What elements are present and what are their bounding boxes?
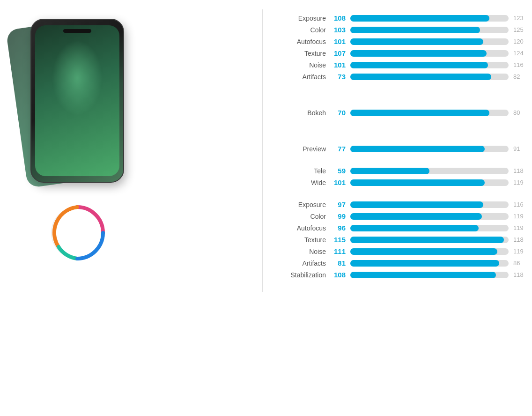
score-row: Texture 107 124 bbox=[281, 49, 527, 57]
score-label: Autofocus bbox=[281, 224, 326, 232]
device-image bbox=[14, 14, 140, 187]
page-container: Exposure 108 123 Color 103 125 Autofocus… bbox=[0, 0, 532, 301]
score-label: Exposure bbox=[281, 201, 326, 208]
bar-track bbox=[350, 260, 509, 267]
bar-track bbox=[350, 15, 509, 22]
bar-max: 119 bbox=[513, 248, 527, 255]
score-label: Stabilization bbox=[281, 271, 326, 279]
bar-fill bbox=[350, 74, 491, 80]
bar-track bbox=[350, 248, 509, 255]
bar-max: 116 bbox=[513, 61, 527, 68]
score-label: Wide bbox=[281, 179, 326, 186]
category-video bbox=[164, 201, 258, 201]
score-row: Stabilization 108 118 bbox=[281, 271, 527, 279]
bar-fill bbox=[350, 38, 483, 45]
phone-body bbox=[30, 19, 124, 183]
bar-max: 123 bbox=[513, 15, 527, 22]
bar-max: 118 bbox=[513, 167, 527, 174]
bar-max: 118 bbox=[513, 271, 527, 278]
bar-fill bbox=[350, 213, 482, 220]
bar-fill bbox=[350, 27, 480, 33]
bar-max: 116 bbox=[513, 201, 527, 208]
category-bokeh bbox=[164, 62, 258, 63]
bar-max: 86 bbox=[513, 260, 527, 267]
bar-fill bbox=[350, 146, 485, 152]
bar-max: 125 bbox=[513, 26, 527, 33]
bar-max: 118 bbox=[513, 236, 527, 243]
bar-max: 124 bbox=[513, 50, 527, 57]
score-row: Tele 59 118 bbox=[281, 167, 527, 175]
score-label: Noise bbox=[281, 61, 326, 69]
score-value: 73 bbox=[329, 73, 346, 81]
phone-screen bbox=[35, 25, 119, 176]
score-label: Texture bbox=[281, 50, 326, 57]
bar-max: 80 bbox=[513, 109, 527, 116]
bar-track bbox=[350, 272, 509, 278]
bar-track bbox=[350, 201, 509, 208]
bar-fill bbox=[350, 225, 479, 231]
score-label: Artifacts bbox=[281, 260, 326, 267]
score-value: 59 bbox=[329, 167, 346, 175]
device-panel bbox=[5, 9, 150, 292]
score-value: 99 bbox=[329, 212, 346, 220]
score-value: 81 bbox=[329, 259, 346, 267]
bar-fill bbox=[350, 50, 487, 57]
dxo-score-widget bbox=[47, 202, 108, 267]
score-row: Artifacts 73 82 bbox=[281, 73, 527, 81]
score-label: Preview bbox=[281, 145, 326, 153]
score-label: Color bbox=[281, 213, 326, 220]
zoom-sub-scores: Tele 59 118 Wide 101 119 bbox=[281, 167, 527, 186]
score-label: Texture bbox=[281, 236, 326, 244]
score-row: Noise 111 119 bbox=[281, 247, 527, 255]
category-scores bbox=[150, 9, 258, 292]
bar-max: 119 bbox=[513, 179, 527, 186]
bar-track bbox=[350, 179, 509, 186]
score-label: Artifacts bbox=[281, 73, 326, 81]
bar-fill bbox=[350, 15, 489, 22]
score-value: 101 bbox=[329, 37, 346, 45]
bar-fill bbox=[350, 237, 504, 243]
score-label: Color bbox=[281, 26, 326, 34]
score-row: Exposure 97 116 bbox=[281, 201, 527, 208]
score-value: 101 bbox=[329, 61, 346, 69]
score-value: 107 bbox=[329, 49, 346, 57]
bar-fill bbox=[350, 248, 497, 255]
preview-sub-scores: Preview 77 91 bbox=[281, 145, 527, 153]
scores-area: Exposure 108 123 Color 103 125 Autofocus… bbox=[150, 9, 527, 292]
score-label: Autofocus bbox=[281, 38, 326, 45]
category-photo bbox=[164, 14, 258, 15]
score-value: 77 bbox=[329, 145, 346, 153]
score-row: Preview 77 91 bbox=[281, 145, 527, 153]
bar-track bbox=[350, 225, 509, 231]
bokeh-sub-scores: Bokeh 70 80 bbox=[281, 109, 527, 117]
mid-divider bbox=[262, 9, 263, 292]
score-row: Autofocus 101 120 bbox=[281, 37, 527, 45]
score-value: 115 bbox=[329, 236, 346, 244]
score-value: 101 bbox=[329, 178, 346, 186]
score-value: 103 bbox=[329, 26, 346, 34]
bar-fill bbox=[350, 179, 485, 186]
score-label: Noise bbox=[281, 248, 326, 255]
bar-track bbox=[350, 237, 509, 243]
score-row: Autofocus 96 119 bbox=[281, 224, 527, 232]
score-value: 108 bbox=[329, 271, 346, 279]
bar-max: 119 bbox=[513, 213, 527, 220]
bar-max: 82 bbox=[513, 73, 527, 80]
score-value: 96 bbox=[329, 224, 346, 232]
bar-track bbox=[350, 213, 509, 220]
score-row: Bokeh 70 80 bbox=[281, 109, 527, 117]
score-value: 108 bbox=[329, 14, 346, 22]
bar-max: 91 bbox=[513, 145, 527, 152]
score-value: 70 bbox=[329, 109, 346, 117]
category-preview bbox=[164, 100, 258, 101]
bar-fill bbox=[350, 201, 483, 208]
score-row: Color 99 119 bbox=[281, 212, 527, 220]
score-row: Color 103 125 bbox=[281, 26, 527, 34]
score-row: Noise 101 116 bbox=[281, 61, 527, 69]
category-zoom bbox=[164, 139, 258, 140]
bar-max: 120 bbox=[513, 38, 527, 45]
video-sub-scores: Exposure 97 116 Color 99 119 Autofocus 9… bbox=[281, 201, 527, 279]
bar-track bbox=[350, 168, 509, 174]
score-row: Artifacts 81 86 bbox=[281, 259, 527, 267]
score-label: Bokeh bbox=[281, 109, 326, 117]
